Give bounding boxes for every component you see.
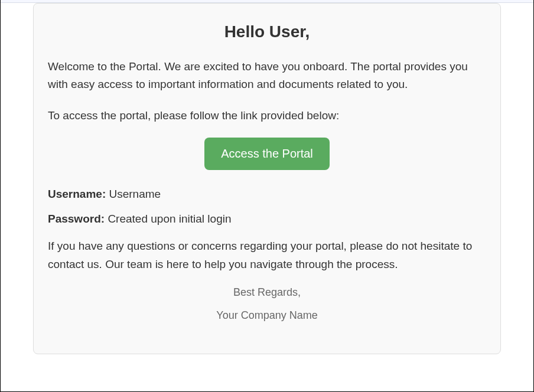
instruction-paragraph: To access the portal, please follow the … [48,107,486,125]
password-label: Password: [48,213,105,225]
password-value: Created upon initial login [108,213,231,225]
greeting-heading: Hello User, [48,22,486,41]
welcome-paragraph: Welcome to the Portal. We are excited to… [48,58,486,94]
cta-wrap: Access the Portal [48,138,486,170]
password-line: Password: Created upon initial login [48,213,486,226]
username-label: Username: [48,188,106,200]
email-card: Hello User, Welcome to the Portal. We ar… [33,3,501,354]
company-text: Your Company Name [48,309,486,322]
access-portal-button[interactable]: Access the Portal [204,138,330,170]
support-paragraph: If you have any questions or concerns re… [48,237,486,273]
username-value: Username [109,188,161,200]
signoff-text: Best Regards, [48,286,486,299]
username-line: Username: Username [48,188,486,201]
